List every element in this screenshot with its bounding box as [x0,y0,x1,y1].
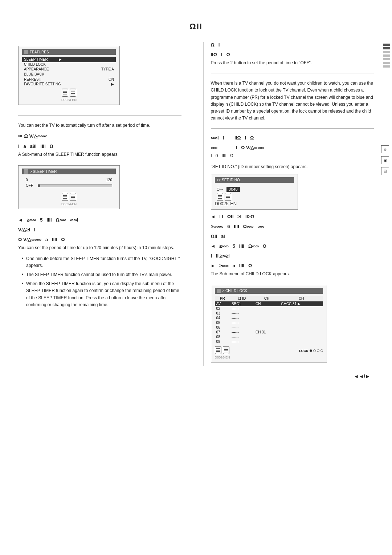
right-column: Ω I IIΩ I Ω Press the 2 button to set th… [203,42,374,366]
table-row-av: AV BBC1 CH CHCC 31 ▶ [215,301,323,306]
page-title-area: ΩII [18,22,374,31]
appearance-item: APPEARANCE TYPE A [22,67,116,72]
lock-indicator: LOCK [299,349,323,353]
remote-icon-1 [62,89,68,97]
bullet-1: One minute before the SLEEP TIMER functi… [22,255,181,269]
table-row-03: 03 ------ [215,311,323,316]
bullet-2: The SLEEP TIMER function cannot be used … [22,271,181,278]
remote-icon-4 [70,193,76,201]
childlock-table: PR Ω ID CH CH AV BBC1 CH CHCC 31 ▶ [215,296,323,344]
table-row-07: 07 ------ CH 31 [215,330,323,335]
blue-back-item: BLUE BACK [22,72,116,77]
childlock-step3-sub: I II.≥∞≥I [211,253,374,259]
childlock-table-header-row: PR Ω ID CH CH [215,296,323,301]
sidebar-bar-1 [383,44,390,46]
col-ch1: CH [254,296,279,301]
sleep-timer-menu-title: > SLEEP TIMER [30,170,57,174]
set-id-menu-header: >> SET ID NO. [215,177,294,183]
remote-icon-8 [223,346,229,354]
sidebar-icons: ☺ ▣ ☑ [381,145,389,175]
remote-icon-2 [70,89,76,97]
table-row-05: 05 ------ [215,320,323,325]
lock-dot-1 [310,349,312,352]
step2-heading: ◄ ≥∞∞ 5 IIII Ω∞∞ ∞∞I [18,217,181,223]
step2-sub2: Ω V/△∞∞∞ a IIII Ω [18,237,181,242]
childlock-intro: When there is a TV channel you do not wa… [211,80,374,122]
features-menu-header: FEATURES [22,49,116,55]
childlock-step2-sub: ≥∞∞∞ 6 IIII Ω∞∞ ∞∞ [211,224,374,229]
set-id-value: 0040 [226,187,240,192]
childlock-step4-heading: ► ≥∞∞ a IIII Ω [211,263,374,268]
table-row-02: 02 ------ [215,306,323,311]
childlock-step2-heading: ◄ I I ΩII ≥I II≥Ω [211,214,374,219]
sidebar-bar-6 [383,62,390,64]
childlock-step3-heading: ◄ ≥∞∞ 5 IIII Ω∞∞ O [211,243,374,249]
col-ch2: CH [279,296,323,301]
page: ΩII ☺ ▣ ☑ FEATURES SLEEP TIMER ▶ [0,0,392,555]
features-menu-title: FEATURES [30,50,49,54]
slider-labels: 0 120 [26,178,112,182]
remote-icon-5 [217,193,223,201]
childlock-menu-bottom: LOCK [215,346,323,354]
row-av-ch1: CH [254,301,279,306]
table-row-08: 08 ------ [215,335,323,339]
step1-symbol: ∞ [18,133,22,139]
sleep-timer-item: SLEEP TIMER ▶ [22,57,116,62]
set-id-menu-code: D0025-EN [215,201,294,206]
nav-prev-next: ◄◄/► [354,373,370,379]
slider-area: 0 120 OFF [22,176,116,191]
lock-dot-2 [313,349,316,352]
off-step-sub: IIΩ I Ω [211,52,374,57]
childlock-step4-desc: The Sub-menu of CHILD LOCK appears. [211,271,374,278]
divider-1 [18,115,181,116]
sleep-menu-tv-icon [24,169,28,174]
row-av-pr: AV [215,301,230,306]
slider-off-label: OFF [26,183,35,187]
table-row-06: 06 ------ [215,325,323,330]
sleep-timer-menu-code: D0024-EN [22,202,116,206]
slider-fill [38,185,40,187]
step2-sub: V/△≥I I [18,227,181,232]
childlock-tv-icon [217,289,221,293]
sidebar-bar-4 [383,54,390,57]
childlock-step1-desc: I 0 IIII Ω [211,153,374,159]
row-av-id: BBC1 [230,301,254,306]
features-menu-footer: D0023-EN [22,89,116,102]
childlock-menu-header: > CHILD LOCK [215,288,323,294]
refresh-item: REFRESH ON [22,77,116,82]
two-column-layout: FEATURES SLEEP TIMER ▶ CHILD LOCK APPEAR… [18,42,374,366]
off-step-desc: Press the 2 button to set the period of … [211,60,374,66]
navigation-arrows: ◄◄/► [18,373,374,379]
step1-sub: I a ≥8I IIII Ω [18,143,181,149]
intro-text: You can set the TV to automatically turn… [18,122,181,129]
sleep-timer-menu-box: > SLEEP TIMER 0 120 OFF [18,165,120,209]
step1-label: Ω V/△∞∞∞ [24,133,47,139]
lock-label: LOCK [299,349,309,353]
childlock-step1-sub2: ∞∞ I Ω V/△∞∞∞ [211,145,374,150]
set-id-menu-title: >> SET ID NO. [217,178,241,182]
childlock-menu-code: D0026-EN [215,356,323,359]
page-title: ΩII [189,22,203,31]
childlock-step2-sub2: ΩII ≥I [211,234,374,239]
child-lock-item: CHILD LOCK [22,62,116,67]
childlock-remote-icons [215,346,229,354]
set-id-arrow-label: O→ [217,187,224,191]
slider-row: OFF [26,183,112,187]
childlock-step1-desc2: "SET ID NO." (ID number setting screen) … [211,163,374,170]
sidebar-bar-3 [383,51,390,53]
slider-track [38,184,112,187]
divider-right-2 [211,128,374,129]
sidebar-icon-3: ☑ [381,167,389,175]
sidebar-icon-1: ☺ [381,145,389,153]
remote-icon-3 [62,193,68,201]
sidebar-icon-2: ▣ [381,156,389,164]
sidebar-bar-7 [383,65,390,68]
table-row-09: 09 ------ [215,339,323,344]
step1-desc: A Sub-menu of the SLEEP TIMER function a… [18,151,181,158]
lock-dot-3 [317,349,319,352]
row-av-ch2: CHCC 31 ▶ [279,301,323,306]
sidebar-bars [383,44,392,68]
set-id-menu-footer: D0025-EN [215,193,294,206]
features-menu-box: FEATURES SLEEP TIMER ▶ CHILD LOCK APPEAR… [18,46,120,105]
set-id-row: O→ 0040 [215,186,294,193]
